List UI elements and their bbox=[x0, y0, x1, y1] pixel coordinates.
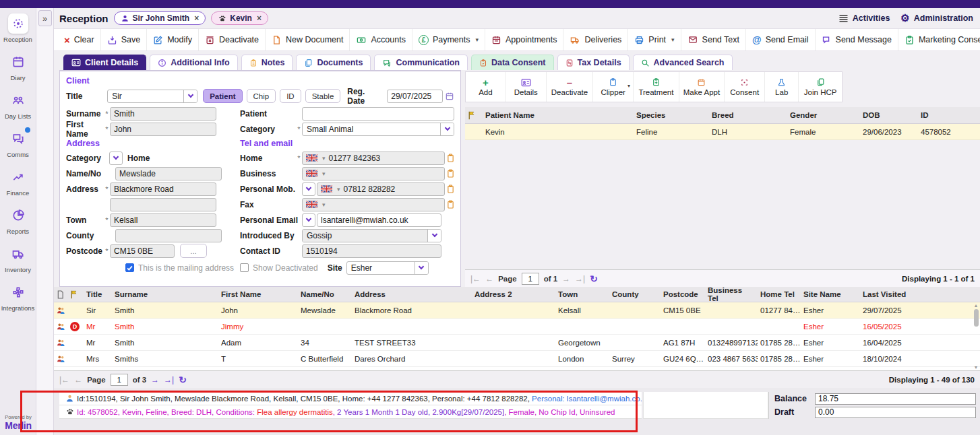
page-number-input[interactable]: 1 bbox=[522, 273, 539, 285]
col-header[interactable]: Address 2 bbox=[472, 287, 555, 302]
cell[interactable] bbox=[352, 319, 472, 335]
patient-lab-button[interactable]: Lab bbox=[765, 72, 799, 102]
scroll-up-icon[interactable]: ▲ bbox=[974, 303, 979, 308]
mailing-address-checkbox[interactable] bbox=[125, 263, 134, 272]
chevron-down-icon[interactable]: ▾ bbox=[476, 36, 479, 43]
postcode-lookup-button[interactable]: ... bbox=[180, 244, 207, 258]
cell[interactable] bbox=[472, 319, 555, 335]
site-select[interactable]: Esher bbox=[346, 261, 429, 275]
uk-flag-icon[interactable] bbox=[306, 201, 317, 208]
cell[interactable]: Esher bbox=[801, 351, 860, 367]
cell[interactable]: Mr bbox=[84, 319, 112, 335]
cell[interactable]: TEST STREET33 bbox=[352, 335, 472, 351]
cell[interactable]: Blackmore Road bbox=[352, 302, 472, 319]
town-input[interactable]: Kelsall bbox=[110, 213, 216, 227]
tab-communication[interactable]: Communication bbox=[374, 55, 467, 70]
tab-additional-info[interactable]: Additional Info bbox=[150, 55, 237, 70]
sidebar-item-inventory[interactable]: Inventory bbox=[0, 244, 36, 273]
first-page-button[interactable]: |← bbox=[59, 375, 69, 384]
send-text-button[interactable]: Send Text bbox=[681, 29, 746, 51]
patient-row[interactable] bbox=[465, 124, 483, 140]
col-header[interactable]: Name/No bbox=[298, 287, 352, 302]
cell[interactable]: Feline bbox=[634, 124, 709, 140]
tab-documents[interactable]: Documents bbox=[296, 55, 371, 70]
table-row[interactable] bbox=[54, 351, 67, 367]
patient-deactivate-button[interactable]: –Deactivate bbox=[547, 72, 594, 102]
sidebar-item-comms[interactable]: Comms bbox=[0, 129, 36, 158]
appointments-button[interactable]: Appointments bbox=[485, 29, 563, 51]
cell[interactable]: Smith bbox=[112, 335, 218, 351]
flag-icon[interactable] bbox=[468, 111, 475, 120]
introduced-by-select[interactable]: Gossip bbox=[302, 229, 441, 242]
patient-treatment-button[interactable]: Treatment bbox=[634, 72, 679, 102]
cell[interactable]: 34 bbox=[298, 335, 352, 351]
col-header[interactable]: Site Name bbox=[801, 287, 860, 302]
first-name-input[interactable]: John bbox=[110, 123, 216, 136]
address1-input[interactable]: Blackmore Road bbox=[110, 182, 216, 196]
copy-phone-icon[interactable] bbox=[447, 169, 454, 178]
col-header[interactable]: Postcode bbox=[661, 287, 705, 302]
cell[interactable] bbox=[472, 302, 555, 319]
sidebar-collapse-button[interactable]: » bbox=[38, 10, 52, 26]
tab-notes[interactable]: Notes bbox=[241, 55, 293, 70]
cell[interactable]: Kevin bbox=[483, 124, 634, 140]
cell[interactable]: Jimmy bbox=[218, 319, 298, 335]
cell[interactable]: Smith bbox=[112, 319, 218, 335]
patient-join-hcp-button[interactable]: Join HCP bbox=[799, 72, 842, 102]
col-header[interactable]: Species bbox=[634, 107, 709, 124]
cell[interactable] bbox=[705, 302, 758, 319]
print-button[interactable]: Print▾ bbox=[628, 29, 681, 51]
sidebar-item-reception[interactable]: Reception bbox=[0, 13, 36, 43]
col-header[interactable]: First Name bbox=[218, 287, 298, 302]
clear-button[interactable]: ×Clear bbox=[58, 29, 101, 51]
tab-client-details[interactable]: Client Details bbox=[63, 55, 146, 70]
table-row[interactable] bbox=[54, 319, 67, 335]
cell[interactable]: Sir bbox=[84, 302, 112, 319]
cell[interactable] bbox=[472, 335, 555, 351]
next-page-button[interactable]: → bbox=[562, 274, 570, 283]
cell[interactable]: 29/06/2023 bbox=[860, 124, 918, 140]
tab-data-consent[interactable]: Data Consent bbox=[471, 55, 554, 70]
col-header[interactable]: Breed bbox=[709, 107, 787, 124]
patient-make-appt-button[interactable]: Make Appt bbox=[679, 72, 725, 102]
tab-advanced-search[interactable]: Advanced Search bbox=[633, 55, 733, 70]
name-no-input[interactable]: Mewslade bbox=[115, 167, 222, 180]
cell[interactable]: Kelsall bbox=[555, 302, 609, 319]
fax-input[interactable]: ▾ bbox=[302, 198, 445, 211]
cell[interactable]: Esher bbox=[801, 335, 860, 351]
cell[interactable]: Mewslade bbox=[298, 302, 352, 319]
home-phone-input[interactable]: ▾01277 842363 bbox=[302, 152, 445, 165]
cell[interactable]: Smith bbox=[112, 302, 218, 319]
save-button[interactable]: Save bbox=[101, 29, 148, 51]
cell[interactable]: Adam bbox=[218, 335, 298, 351]
category-select[interactable]: Small Animal bbox=[302, 123, 454, 136]
cell[interactable] bbox=[472, 351, 555, 367]
patient-input[interactable] bbox=[302, 107, 454, 121]
col-header[interactable]: Home Tel bbox=[758, 287, 801, 302]
sidebar-item-diary[interactable]: Diary bbox=[0, 52, 36, 81]
address2-input[interactable] bbox=[110, 198, 216, 211]
show-deactivated-checkbox[interactable] bbox=[240, 263, 249, 272]
personal-email-input[interactable]: lsantarelli@mwiah.co.uk bbox=[317, 213, 441, 227]
patient-add-button[interactable]: +Add bbox=[466, 72, 506, 102]
cell[interactable]: Surrey bbox=[609, 351, 661, 367]
chevron-down-icon[interactable]: ▾ bbox=[627, 83, 630, 89]
reg-date-input[interactable]: 29/07/2025 bbox=[387, 90, 443, 103]
administration-button[interactable]: ⚙ Administration bbox=[900, 12, 973, 24]
cell[interactable]: Georgetown bbox=[555, 335, 609, 351]
address-category-dropdown[interactable] bbox=[109, 152, 123, 165]
sidebar-item-finance[interactable]: Finance bbox=[0, 167, 36, 197]
patient-clipper-button[interactable]: Clipper▾ bbox=[593, 72, 634, 102]
cell[interactable] bbox=[758, 319, 801, 335]
col-header[interactable]: Last Visited bbox=[860, 287, 980, 302]
col-header[interactable]: Business Tel bbox=[705, 287, 758, 302]
cell[interactable] bbox=[298, 319, 352, 335]
cell[interactable]: 01277 84… bbox=[758, 302, 801, 319]
cell[interactable] bbox=[609, 302, 661, 319]
sidebar-item-reports[interactable]: Reports bbox=[0, 205, 36, 235]
sidebar-item-day-lists[interactable]: Day Lists bbox=[0, 90, 36, 120]
copy-phone-icon[interactable] bbox=[447, 154, 454, 162]
refresh-icon[interactable]: ↻ bbox=[179, 374, 187, 385]
client-tab-chip[interactable]: Sir John Smith × bbox=[114, 11, 206, 25]
deliveries-button[interactable]: Deliveries bbox=[563, 29, 628, 51]
